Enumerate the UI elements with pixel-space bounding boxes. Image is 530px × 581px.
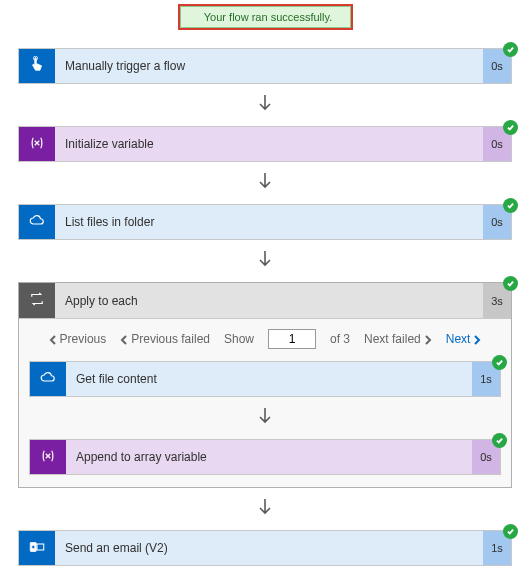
step-trigger[interactable]: Manually trigger a flow 0s	[18, 48, 512, 84]
pager-next[interactable]: Next	[446, 332, 482, 346]
pager-index-input[interactable]	[268, 329, 316, 349]
success-badge-icon	[503, 120, 518, 135]
step-label: Send an email (V2)	[65, 541, 168, 555]
svg-rect-3	[37, 544, 44, 550]
success-badge-icon	[503, 198, 518, 213]
step-time: 0s	[491, 60, 503, 72]
pager-previous[interactable]: Previous	[49, 332, 107, 346]
step-append-array[interactable]: Append to array variable 0s	[29, 439, 501, 475]
arrow-down-icon	[258, 407, 272, 429]
arrow-down-icon	[258, 250, 272, 272]
step-label: Initialize variable	[65, 137, 154, 151]
arrow-down-icon	[258, 172, 272, 194]
step-label: Manually trigger a flow	[65, 59, 185, 73]
step-get-file-content[interactable]: Get file content 1s	[29, 361, 501, 397]
success-badge-icon	[492, 355, 507, 370]
svg-point-4	[32, 545, 35, 548]
chevron-right-icon	[424, 334, 432, 344]
step-list-files[interactable]: List files in folder 0s	[18, 204, 512, 240]
success-badge-icon	[503, 42, 518, 57]
cloud-icon	[39, 369, 57, 390]
pager-of-text: of 3	[330, 332, 350, 346]
step-label: Append to array variable	[76, 450, 207, 464]
touch-icon	[28, 56, 46, 77]
step-time: 1s	[491, 542, 503, 554]
outlook-icon	[28, 538, 46, 559]
success-text: Your flow ran successfully.	[204, 11, 332, 23]
step-time: 0s	[491, 216, 503, 228]
step-time: 3s	[491, 295, 503, 307]
loop-icon	[28, 290, 46, 311]
step-time: 0s	[491, 138, 503, 150]
success-banner: Your flow ran successfully.	[178, 4, 353, 30]
step-initialize-variable[interactable]: Initialize variable 0s	[18, 126, 512, 162]
step-time: 0s	[480, 451, 492, 463]
step-label: Apply to each	[65, 294, 138, 308]
arrow-down-icon	[258, 94, 272, 116]
success-badge-icon	[503, 276, 518, 291]
success-badge-icon	[503, 524, 518, 539]
variable-icon	[39, 447, 57, 468]
pager-next-failed[interactable]: Next failed	[364, 332, 432, 346]
chevron-right-icon	[473, 334, 481, 344]
success-badge-icon	[492, 433, 507, 448]
step-label: Get file content	[76, 372, 157, 386]
step-send-email[interactable]: Send an email (V2) 1s	[18, 530, 512, 566]
apply-to-each-container: Apply to each 3s Previous Previous faile…	[18, 282, 512, 488]
cloud-icon	[28, 212, 46, 233]
variable-icon	[28, 134, 46, 155]
step-time: 1s	[480, 373, 492, 385]
pager-previous-failed[interactable]: Previous failed	[120, 332, 210, 346]
chevron-left-icon	[49, 334, 57, 344]
arrow-down-icon	[258, 498, 272, 520]
step-label: List files in folder	[65, 215, 154, 229]
step-apply-to-each[interactable]: Apply to each 3s	[19, 283, 511, 319]
pager-show-label: Show	[224, 332, 254, 346]
chevron-left-icon	[120, 334, 128, 344]
iteration-pager: Previous Previous failed Show of 3 Next …	[19, 319, 511, 361]
